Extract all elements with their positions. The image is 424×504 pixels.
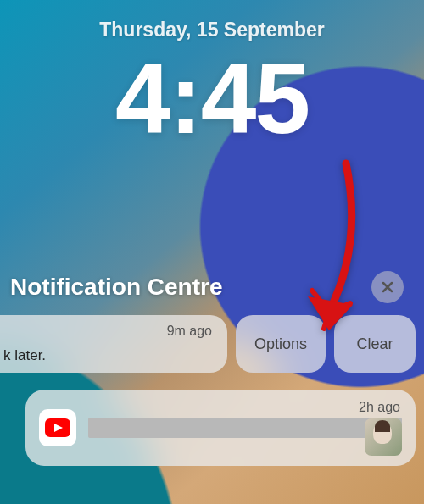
notification-timestamp: 9m ago	[167, 324, 212, 339]
youtube-app-icon	[39, 409, 76, 446]
close-button[interactable]	[371, 271, 404, 303]
notification-card-swiped[interactable]: 9m ago k later.	[0, 315, 227, 373]
notification-content-redacted	[88, 418, 402, 438]
swiped-notification-row: 9m ago k later. Options Clear	[0, 315, 416, 373]
lockscreen-time: 4:45	[0, 48, 424, 148]
options-button[interactable]: Options	[236, 315, 326, 373]
notification-thumbnail	[365, 418, 402, 456]
lockscreen-date: Thursday, 15 September	[0, 0, 424, 42]
notification-timestamp: 2h ago	[359, 400, 400, 415]
notification-card[interactable]: 2h ago	[25, 390, 416, 466]
clear-button[interactable]: Clear	[334, 315, 416, 373]
notification-centre-header: Notification Centre	[0, 271, 424, 303]
notification-snippet: k later.	[3, 347, 46, 364]
notification-centre-title: Notification Centre	[10, 274, 222, 301]
close-icon	[381, 280, 394, 294]
